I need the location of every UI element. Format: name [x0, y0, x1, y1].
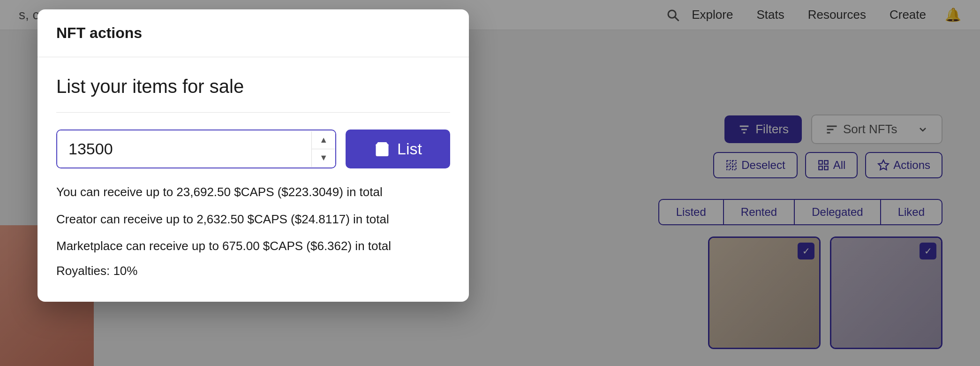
info-line-1: You can receive up to 23,692.50 $CAPS ($…	[56, 183, 450, 202]
modal-header: NFT actions	[38, 9, 469, 57]
modal-subtitle: List your items for sale	[56, 76, 450, 97]
modal-title: NFT actions	[56, 24, 450, 42]
modal-body: List your items for sale ▲ ▼ List You ca…	[38, 57, 469, 302]
price-input-wrapper: ▲ ▼	[56, 130, 336, 168]
price-input-row: ▲ ▼ List	[56, 130, 450, 168]
price-input[interactable]	[57, 130, 311, 168]
info-line-3: Marketplace can receive up to 675.00 $CA…	[56, 236, 450, 256]
royalties-text: Royalties: 10%	[56, 264, 450, 278]
list-button[interactable]: List	[346, 130, 450, 168]
price-decrement[interactable]: ▼	[312, 149, 335, 167]
list-button-label: List	[397, 140, 422, 158]
info-line-2: Creator can receive up to 2,632.50 $CAPS…	[56, 210, 450, 229]
price-spinner: ▲ ▼	[311, 131, 335, 167]
price-increment[interactable]: ▲	[312, 131, 335, 149]
nft-actions-modal: NFT actions List your items for sale ▲ ▼…	[38, 9, 469, 302]
modal-divider	[56, 112, 450, 113]
